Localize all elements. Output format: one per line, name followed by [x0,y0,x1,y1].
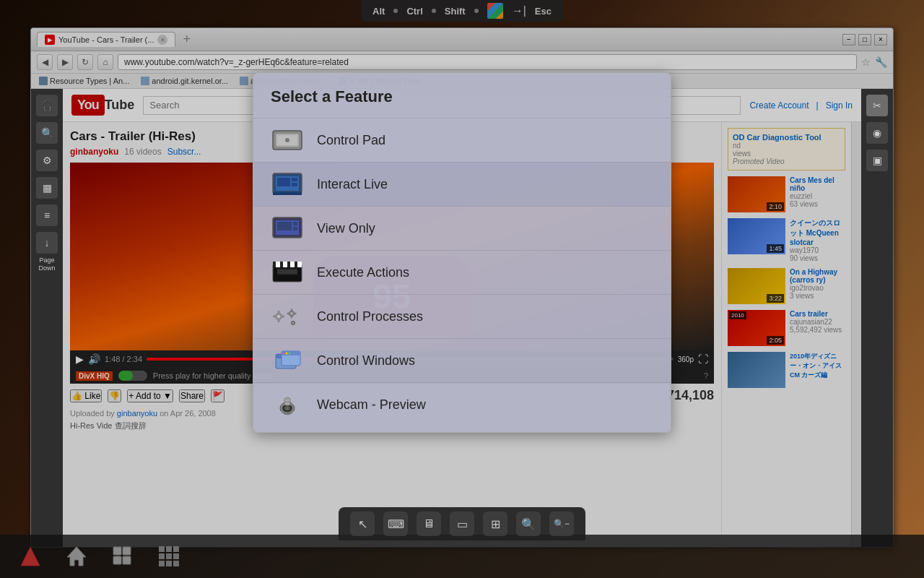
svg-point-48 [286,407,289,410]
svg-point-43 [286,353,288,355]
modal-overlay: Select a Feature Control Pad [0,0,924,578]
control-windows-icon [271,348,304,374]
svg-point-3 [285,138,289,142]
webcam-preview-label: Webcam - Preview [317,397,426,413]
svg-rect-17 [276,262,280,267]
control-windows-label: Control Windows [317,353,415,368]
execute-actions-label: Execute Actions [317,265,409,280]
svg-rect-18 [283,262,287,267]
svg-rect-34 [287,313,290,314]
modal-title: Select a Feature [253,87,671,118]
svg-rect-29 [281,316,284,318]
svg-rect-32 [291,309,292,312]
svg-rect-26 [278,311,280,314]
svg-rect-7 [292,178,297,181]
feature-item-control-processes[interactable]: Control Processes [253,294,671,338]
svg-rect-19 [290,262,295,267]
control-processes-icon [271,303,304,329]
svg-point-42 [283,353,285,355]
svg-point-25 [277,315,281,319]
svg-rect-35 [294,313,297,314]
feature-item-webcam-preview[interactable]: Webcam - Preview [253,382,671,426]
svg-rect-33 [291,316,292,319]
feature-item-control-pad[interactable]: Control Pad [253,118,671,162]
interact-live-label: Interact Live [317,177,388,192]
svg-point-31 [290,312,293,315]
svg-rect-28 [273,316,276,318]
svg-rect-9 [273,192,302,195]
svg-rect-12 [277,222,292,230]
svg-point-44 [289,353,291,355]
svg-rect-6 [277,178,290,186]
view-only-label: View Only [317,221,375,236]
svg-rect-27 [278,319,280,322]
svg-rect-13 [293,222,297,225]
svg-point-37 [292,322,295,324]
feature-item-view-only[interactable]: View Only [253,206,671,250]
svg-rect-8 [292,183,297,186]
control-pad-label: Control Pad [317,133,385,148]
feature-select-modal: Select a Feature Control Pad [253,72,671,433]
webcam-preview-icon [271,392,304,418]
control-pad-icon [271,127,304,153]
execute-actions-icon [271,259,304,285]
svg-rect-50 [286,397,289,400]
svg-rect-23 [277,269,297,274]
svg-rect-14 [293,227,297,230]
view-only-icon [271,215,304,241]
svg-rect-20 [297,262,302,267]
control-processes-label: Control Processes [317,309,423,324]
feature-item-execute-actions[interactable]: Execute Actions [253,250,671,294]
feature-item-interact-live[interactable]: Interact Live [253,162,671,206]
interact-live-icon [271,171,304,197]
feature-item-control-windows[interactable]: Control Windows [253,338,671,382]
